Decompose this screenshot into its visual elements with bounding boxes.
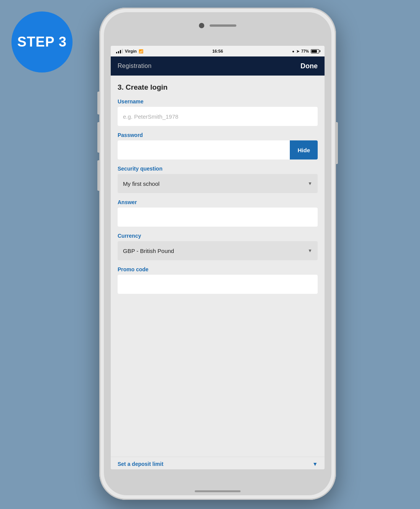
answer-input[interactable] bbox=[118, 208, 318, 227]
status-right: ● ➤ 77% bbox=[292, 49, 319, 53]
battery-icon bbox=[311, 49, 319, 53]
password-input[interactable] bbox=[118, 140, 290, 159]
currency-label: Currency bbox=[118, 233, 318, 239]
username-group: Username bbox=[118, 98, 318, 126]
phone-top-elements bbox=[199, 23, 236, 28]
promo-label: Promo code bbox=[118, 266, 318, 272]
home-indicator bbox=[195, 490, 241, 492]
currency-select[interactable]: GBP - British Pound USD - US Dollar EUR … bbox=[118, 241, 318, 260]
password-label: Password bbox=[118, 132, 318, 138]
status-left: Virgin 📶 bbox=[116, 49, 143, 53]
step-badge: STEP 3 bbox=[11, 11, 73, 72]
battery-pct: 77% bbox=[301, 49, 309, 53]
promo-group: Promo code bbox=[118, 266, 318, 294]
bottom-peek-text: Set a deposit limit bbox=[118, 461, 163, 467]
status-time: 16:56 bbox=[212, 49, 223, 53]
carrier-name: Virgin bbox=[125, 49, 137, 53]
lock-icon: ● bbox=[292, 49, 294, 53]
nav-title: Registration bbox=[118, 63, 152, 69]
currency-group: Currency GBP - British Pound USD - US Do… bbox=[118, 233, 318, 260]
scroll-content[interactable]: 3. Create login Username Password Hide S… bbox=[111, 76, 325, 457]
location-icon: ➤ bbox=[296, 49, 299, 53]
side-button-silent bbox=[97, 92, 99, 114]
wifi-icon: 📶 bbox=[139, 49, 143, 53]
hide-button[interactable]: Hide bbox=[290, 140, 318, 159]
signal-bars bbox=[116, 49, 123, 53]
promo-input[interactable] bbox=[118, 275, 318, 294]
signal-bar-4 bbox=[122, 49, 123, 53]
security-question-group: Security question My first school Mother… bbox=[118, 166, 318, 193]
phone-camera bbox=[199, 23, 204, 28]
done-button[interactable]: Done bbox=[300, 62, 318, 70]
step-badge-text: STEP 3 bbox=[17, 34, 66, 50]
signal-bar-3 bbox=[120, 50, 121, 53]
bottom-peek[interactable]: Set a deposit limit ▼ bbox=[111, 457, 325, 469]
security-question-wrapper: My first school Mother's maiden name Nam… bbox=[118, 174, 318, 193]
side-button-vol-down bbox=[97, 160, 99, 191]
side-button-vol-up bbox=[97, 122, 99, 153]
answer-group: Answer bbox=[118, 199, 318, 227]
password-row: Hide bbox=[118, 140, 318, 159]
phone-screen: Virgin 📶 16:56 ● ➤ 77% Registration Done… bbox=[111, 46, 325, 469]
username-input[interactable] bbox=[118, 107, 318, 126]
battery-tip bbox=[320, 50, 321, 52]
answer-label: Answer bbox=[118, 199, 318, 205]
phone-shell: Virgin 📶 16:56 ● ➤ 77% Registration Done… bbox=[99, 8, 336, 500]
nav-bar: Registration Done bbox=[111, 56, 325, 76]
security-question-label: Security question bbox=[118, 166, 318, 172]
currency-wrapper: GBP - British Pound USD - US Dollar EUR … bbox=[118, 241, 318, 260]
battery-fill bbox=[312, 50, 317, 53]
security-question-select[interactable]: My first school Mother's maiden name Nam… bbox=[118, 174, 318, 193]
signal-bar-2 bbox=[118, 51, 119, 53]
signal-bar-1 bbox=[116, 52, 117, 53]
section-heading: 3. Create login bbox=[118, 83, 318, 92]
phone-speaker bbox=[210, 24, 236, 27]
side-button-power bbox=[336, 122, 338, 164]
password-group: Password Hide bbox=[118, 132, 318, 159]
bottom-peek-arrow-icon: ▼ bbox=[312, 461, 318, 467]
username-label: Username bbox=[118, 98, 318, 105]
status-bar: Virgin 📶 16:56 ● ➤ 77% bbox=[111, 46, 325, 56]
